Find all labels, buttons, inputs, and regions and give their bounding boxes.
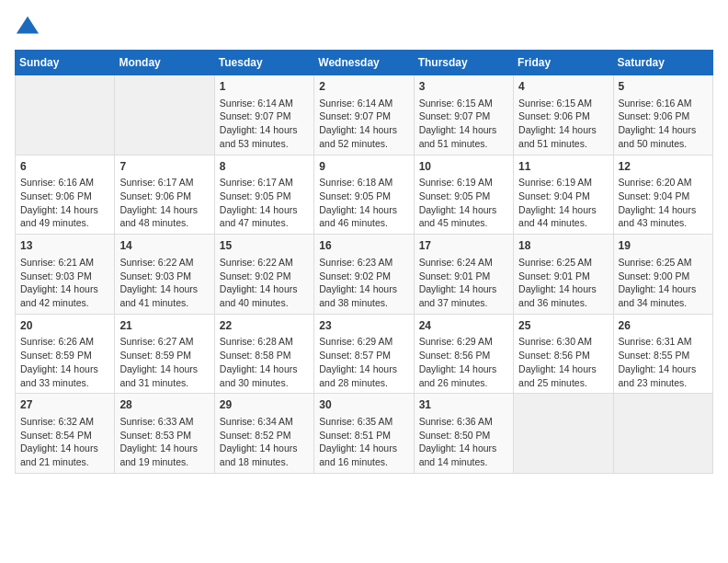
day-number: 6 xyxy=(20,159,109,175)
day-sun-info: Sunrise: 6:24 AM Sunset: 9:01 PM Dayligh… xyxy=(419,256,508,310)
calendar-cell: 15Sunrise: 6:22 AM Sunset: 9:02 PM Dayli… xyxy=(214,235,313,315)
day-sun-info: Sunrise: 6:17 AM Sunset: 9:05 PM Dayligh… xyxy=(220,176,309,230)
week-row-3: 13Sunrise: 6:21 AM Sunset: 9:03 PM Dayli… xyxy=(16,235,713,315)
calendar-cell: 27Sunrise: 6:32 AM Sunset: 8:54 PM Dayli… xyxy=(16,394,115,474)
logo-icon xyxy=(15,15,40,40)
calendar-cell: 23Sunrise: 6:29 AM Sunset: 8:57 PM Dayli… xyxy=(314,314,414,394)
day-number: 28 xyxy=(119,397,209,413)
week-row-1: 1Sunrise: 6:14 AM Sunset: 9:07 PM Daylig… xyxy=(16,75,713,155)
day-number: 26 xyxy=(619,318,708,334)
day-number: 29 xyxy=(220,397,309,413)
calendar-cell: 25Sunrise: 6:30 AM Sunset: 8:56 PM Dayli… xyxy=(514,314,613,394)
calendar-cell: 16Sunrise: 6:23 AM Sunset: 9:02 PM Dayli… xyxy=(314,235,414,315)
week-row-4: 20Sunrise: 6:26 AM Sunset: 8:59 PM Dayli… xyxy=(16,314,713,394)
calendar-cell: 31Sunrise: 6:36 AM Sunset: 8:50 PM Dayli… xyxy=(414,394,513,474)
day-sun-info: Sunrise: 6:15 AM Sunset: 9:06 PM Dayligh… xyxy=(518,97,608,151)
calendar-cell: 24Sunrise: 6:29 AM Sunset: 8:56 PM Dayli… xyxy=(414,314,513,394)
day-number: 22 xyxy=(220,318,309,334)
day-sun-info: Sunrise: 6:19 AM Sunset: 9:04 PM Dayligh… xyxy=(518,176,608,230)
day-sun-info: Sunrise: 6:30 AM Sunset: 8:56 PM Dayligh… xyxy=(518,335,608,389)
day-number: 18 xyxy=(518,238,608,254)
day-number: 15 xyxy=(220,238,309,254)
page-header xyxy=(15,15,713,40)
calendar-cell xyxy=(115,75,214,155)
day-sun-info: Sunrise: 6:14 AM Sunset: 9:07 PM Dayligh… xyxy=(220,97,309,151)
header-monday: Monday xyxy=(115,51,214,75)
day-number: 8 xyxy=(220,159,309,175)
day-sun-info: Sunrise: 6:25 AM Sunset: 9:01 PM Dayligh… xyxy=(518,256,608,310)
calendar-cell: 30Sunrise: 6:35 AM Sunset: 8:51 PM Dayli… xyxy=(314,394,414,474)
logo xyxy=(15,15,44,40)
calendar-cell: 14Sunrise: 6:22 AM Sunset: 9:03 PM Dayli… xyxy=(115,235,214,315)
day-sun-info: Sunrise: 6:18 AM Sunset: 9:05 PM Dayligh… xyxy=(319,176,408,230)
day-sun-info: Sunrise: 6:17 AM Sunset: 9:06 PM Dayligh… xyxy=(119,176,209,230)
week-row-2: 6Sunrise: 6:16 AM Sunset: 9:06 PM Daylig… xyxy=(16,155,713,235)
svg-marker-0 xyxy=(17,17,39,34)
day-number: 2 xyxy=(319,79,408,95)
day-sun-info: Sunrise: 6:29 AM Sunset: 8:57 PM Dayligh… xyxy=(319,335,408,389)
calendar-cell: 1Sunrise: 6:14 AM Sunset: 9:07 PM Daylig… xyxy=(214,75,313,155)
day-number: 21 xyxy=(119,318,209,334)
day-number: 30 xyxy=(319,397,408,413)
calendar-cell: 5Sunrise: 6:16 AM Sunset: 9:06 PM Daylig… xyxy=(613,75,712,155)
calendar-cell xyxy=(613,394,712,474)
day-sun-info: Sunrise: 6:31 AM Sunset: 8:55 PM Dayligh… xyxy=(619,335,708,389)
calendar-cell: 13Sunrise: 6:21 AM Sunset: 9:03 PM Dayli… xyxy=(16,235,115,315)
calendar-cell xyxy=(16,75,115,155)
calendar-cell: 17Sunrise: 6:24 AM Sunset: 9:01 PM Dayli… xyxy=(414,235,513,315)
day-sun-info: Sunrise: 6:28 AM Sunset: 8:58 PM Dayligh… xyxy=(220,335,309,389)
calendar-cell: 2Sunrise: 6:14 AM Sunset: 9:07 PM Daylig… xyxy=(314,75,414,155)
day-sun-info: Sunrise: 6:29 AM Sunset: 8:56 PM Dayligh… xyxy=(419,335,508,389)
header-friday: Friday xyxy=(514,51,613,75)
calendar-cell: 7Sunrise: 6:17 AM Sunset: 9:06 PM Daylig… xyxy=(115,155,214,235)
day-sun-info: Sunrise: 6:35 AM Sunset: 8:51 PM Dayligh… xyxy=(319,415,408,469)
calendar-cell: 28Sunrise: 6:33 AM Sunset: 8:53 PM Dayli… xyxy=(115,394,214,474)
day-number: 19 xyxy=(619,238,708,254)
calendar-table: SundayMondayTuesdayWednesdayThursdayFrid… xyxy=(15,50,713,474)
calendar-cell: 19Sunrise: 6:25 AM Sunset: 9:00 PM Dayli… xyxy=(613,235,712,315)
day-number: 9 xyxy=(319,159,408,175)
day-sun-info: Sunrise: 6:27 AM Sunset: 8:59 PM Dayligh… xyxy=(119,335,209,389)
day-number: 1 xyxy=(220,79,309,95)
day-number: 3 xyxy=(419,79,508,95)
header-tuesday: Tuesday xyxy=(214,51,313,75)
day-number: 14 xyxy=(119,238,209,254)
header-saturday: Saturday xyxy=(613,51,712,75)
calendar-cell: 21Sunrise: 6:27 AM Sunset: 8:59 PM Dayli… xyxy=(115,314,214,394)
calendar-cell: 29Sunrise: 6:34 AM Sunset: 8:52 PM Dayli… xyxy=(214,394,313,474)
header-thursday: Thursday xyxy=(414,51,513,75)
day-number: 7 xyxy=(119,159,209,175)
day-sun-info: Sunrise: 6:36 AM Sunset: 8:50 PM Dayligh… xyxy=(419,415,508,469)
calendar-cell: 4Sunrise: 6:15 AM Sunset: 9:06 PM Daylig… xyxy=(514,75,613,155)
day-number: 4 xyxy=(518,79,608,95)
day-sun-info: Sunrise: 6:16 AM Sunset: 9:06 PM Dayligh… xyxy=(20,176,109,230)
day-sun-info: Sunrise: 6:22 AM Sunset: 9:02 PM Dayligh… xyxy=(220,256,309,310)
day-number: 10 xyxy=(419,159,508,175)
calendar-cell: 10Sunrise: 6:19 AM Sunset: 9:05 PM Dayli… xyxy=(414,155,513,235)
weekday-header-row: SundayMondayTuesdayWednesdayThursdayFrid… xyxy=(16,51,713,75)
header-sunday: Sunday xyxy=(16,51,115,75)
day-sun-info: Sunrise: 6:25 AM Sunset: 9:00 PM Dayligh… xyxy=(619,256,708,310)
day-sun-info: Sunrise: 6:33 AM Sunset: 8:53 PM Dayligh… xyxy=(119,415,209,469)
day-sun-info: Sunrise: 6:34 AM Sunset: 8:52 PM Dayligh… xyxy=(220,415,309,469)
day-number: 11 xyxy=(518,159,608,175)
day-number: 25 xyxy=(518,318,608,334)
day-number: 24 xyxy=(419,318,508,334)
calendar-cell: 20Sunrise: 6:26 AM Sunset: 8:59 PM Dayli… xyxy=(16,314,115,394)
day-number: 23 xyxy=(319,318,408,334)
calendar-cell: 3Sunrise: 6:15 AM Sunset: 9:07 PM Daylig… xyxy=(414,75,513,155)
day-number: 20 xyxy=(20,318,109,334)
day-number: 13 xyxy=(20,238,109,254)
day-sun-info: Sunrise: 6:21 AM Sunset: 9:03 PM Dayligh… xyxy=(20,256,109,310)
calendar-cell: 11Sunrise: 6:19 AM Sunset: 9:04 PM Dayli… xyxy=(514,155,613,235)
day-number: 31 xyxy=(419,397,508,413)
day-sun-info: Sunrise: 6:26 AM Sunset: 8:59 PM Dayligh… xyxy=(20,335,109,389)
day-number: 17 xyxy=(419,238,508,254)
day-number: 16 xyxy=(319,238,408,254)
day-sun-info: Sunrise: 6:19 AM Sunset: 9:05 PM Dayligh… xyxy=(419,176,508,230)
calendar-cell: 22Sunrise: 6:28 AM Sunset: 8:58 PM Dayli… xyxy=(214,314,313,394)
header-wednesday: Wednesday xyxy=(314,51,414,75)
day-sun-info: Sunrise: 6:14 AM Sunset: 9:07 PM Dayligh… xyxy=(319,97,408,151)
week-row-5: 27Sunrise: 6:32 AM Sunset: 8:54 PM Dayli… xyxy=(16,394,713,474)
day-sun-info: Sunrise: 6:22 AM Sunset: 9:03 PM Dayligh… xyxy=(119,256,209,310)
